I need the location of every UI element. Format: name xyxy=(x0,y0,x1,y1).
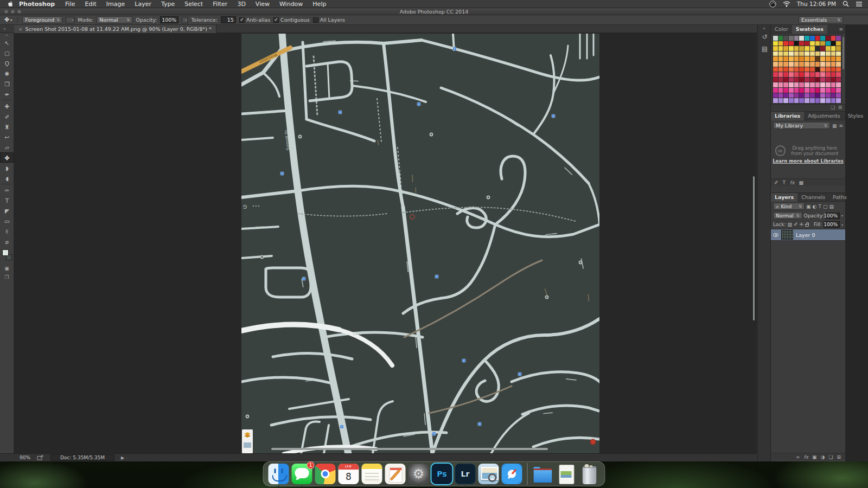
close-window-button[interactable] xyxy=(4,10,8,14)
color-swatch[interactable] xyxy=(799,93,804,98)
color-swatch[interactable] xyxy=(805,93,809,98)
color-swatch[interactable] xyxy=(773,56,778,61)
creative-cloud-icon[interactable] xyxy=(769,1,776,8)
library-grid-view-icon[interactable]: ▦ xyxy=(832,123,837,129)
color-swatch[interactable] xyxy=(820,93,825,98)
color-swatch[interactable] xyxy=(773,62,778,67)
collapse-panels-icon[interactable]: « xyxy=(758,25,770,31)
blend-mode-select[interactable]: Normal ⇅ xyxy=(773,212,802,219)
color-swatch[interactable] xyxy=(810,62,815,67)
color-swatch[interactable] xyxy=(836,52,841,56)
canvas-area[interactable]: Summit DrSummit DrSummit DrPrincetonG xyxy=(14,33,757,453)
clone-stamp-tool[interactable]: ♜ xyxy=(0,121,14,132)
color-swatch[interactable] xyxy=(773,82,778,87)
color-swatch[interactable] xyxy=(831,67,836,72)
contiguous-checkbox[interactable]: ✓ Contiguous xyxy=(273,17,310,23)
color-swatch[interactable] xyxy=(815,98,820,103)
library-color-chip-icon[interactable]: ▩ xyxy=(799,180,804,185)
filter-smart-icon[interactable]: ▤ xyxy=(829,204,834,209)
color-swatch[interactable] xyxy=(820,82,825,87)
brush-tool[interactable]: ✐ xyxy=(0,111,14,121)
healing-brush-tool[interactable]: ✚ xyxy=(0,101,14,111)
color-swatch[interactable] xyxy=(820,46,825,51)
color-swatch[interactable] xyxy=(783,67,788,72)
color-swatch[interactable] xyxy=(836,93,841,98)
zoom-tool[interactable]: ⌀ xyxy=(0,236,14,247)
dock-icon-lightroom[interactable]: Lr xyxy=(455,464,476,484)
filter-adjustment-icon[interactable]: ◐ xyxy=(813,204,817,209)
dock-icon-messages[interactable]: 1 xyxy=(292,464,312,484)
color-swatch[interactable] xyxy=(799,98,804,103)
color-swatch[interactable] xyxy=(778,52,783,56)
paint-bucket-tool[interactable]: ✤ xyxy=(0,152,14,163)
color-swatch[interactable] xyxy=(778,41,783,46)
color-swatch[interactable] xyxy=(820,52,825,56)
tab-libraries[interactable]: Libraries xyxy=(771,112,804,120)
color-swatch[interactable] xyxy=(815,78,820,82)
layer-row[interactable]: Layer 0 xyxy=(771,229,845,241)
eyedropper-tool[interactable]: ✒ xyxy=(0,89,14,99)
color-swatch[interactable] xyxy=(820,56,825,61)
color-swatch[interactable] xyxy=(805,62,809,67)
color-swatch[interactable] xyxy=(783,46,788,51)
color-swatch[interactable] xyxy=(789,93,794,98)
color-swatch[interactable] xyxy=(831,46,836,51)
color-swatch[interactable] xyxy=(836,67,841,72)
color-swatch[interactable] xyxy=(773,88,778,93)
color-swatch[interactable] xyxy=(794,36,799,41)
color-swatch[interactable] xyxy=(805,98,809,103)
color-swatch[interactable] xyxy=(815,41,820,46)
color-swatch[interactable] xyxy=(836,98,841,103)
lock-transparency-icon[interactable]: ▨ xyxy=(788,222,793,227)
color-swatch[interactable] xyxy=(778,78,783,82)
color-swatch[interactable] xyxy=(799,56,804,61)
layers-list-empty-area[interactable] xyxy=(771,241,845,453)
active-tool-badge[interactable]: ✤ ▾ xyxy=(3,16,13,23)
all-layers-checkbox[interactable]: All Layers xyxy=(313,17,345,23)
color-swatch[interactable] xyxy=(831,72,836,77)
color-swatch[interactable] xyxy=(805,46,809,51)
color-swatch[interactable] xyxy=(778,98,783,103)
quick-mask-icon[interactable]: ▣ xyxy=(4,266,9,271)
properties-panel-icon[interactable]: ▤ xyxy=(758,43,771,55)
new-layer-icon[interactable]: ⊞ xyxy=(837,454,841,460)
dock-icon-trash[interactable] xyxy=(579,464,600,484)
tab-overflow-icon[interactable]: » xyxy=(3,27,6,31)
tab-swatches[interactable]: Swatches xyxy=(792,25,827,34)
library-brush-icon[interactable]: ✐ xyxy=(774,180,778,185)
screen-mode-icon[interactable]: ❐ xyxy=(4,274,9,280)
color-swatch[interactable] xyxy=(815,36,820,41)
color-swatch[interactable] xyxy=(794,62,799,67)
color-swatch[interactable] xyxy=(794,67,799,72)
color-swatch[interactable] xyxy=(831,62,836,67)
color-swatch[interactable] xyxy=(778,67,783,72)
color-swatch[interactable] xyxy=(815,67,820,72)
dock-icon-folder[interactable] xyxy=(533,464,553,484)
panel-menu-icon[interactable]: ≡ xyxy=(839,27,845,32)
crop-tool[interactable]: ❐ xyxy=(0,79,14,89)
color-swatch[interactable] xyxy=(794,98,799,103)
menu-clock[interactable]: Thu 12:06 PM xyxy=(797,1,836,7)
color-swatch[interactable] xyxy=(794,82,799,87)
type-tool[interactable]: T xyxy=(0,195,14,206)
color-swatch[interactable] xyxy=(831,82,836,87)
color-swatch[interactable] xyxy=(820,78,825,82)
color-swatch[interactable] xyxy=(794,41,799,46)
color-swatch[interactable] xyxy=(789,78,794,82)
color-swatch[interactable] xyxy=(783,93,788,98)
color-swatch[interactable] xyxy=(836,36,841,41)
color-swatch[interactable] xyxy=(789,41,794,46)
color-swatch[interactable] xyxy=(789,67,794,72)
dock-icon-sysprefs[interactable]: ⚙ xyxy=(409,464,429,484)
color-swatch[interactable] xyxy=(799,82,804,87)
color-swatch[interactable] xyxy=(826,88,831,93)
color-swatch[interactable] xyxy=(820,41,825,46)
color-swatch[interactable] xyxy=(810,46,815,51)
lasso-tool[interactable]: Ϙ xyxy=(0,58,14,68)
color-swatch[interactable] xyxy=(773,52,778,56)
color-swatch[interactable] xyxy=(810,52,815,56)
menu-item-3d[interactable]: 3D xyxy=(232,0,250,8)
color-swatch[interactable] xyxy=(773,46,778,51)
menu-item-edit[interactable]: Edit xyxy=(80,0,101,8)
color-swatch[interactable] xyxy=(783,82,788,87)
